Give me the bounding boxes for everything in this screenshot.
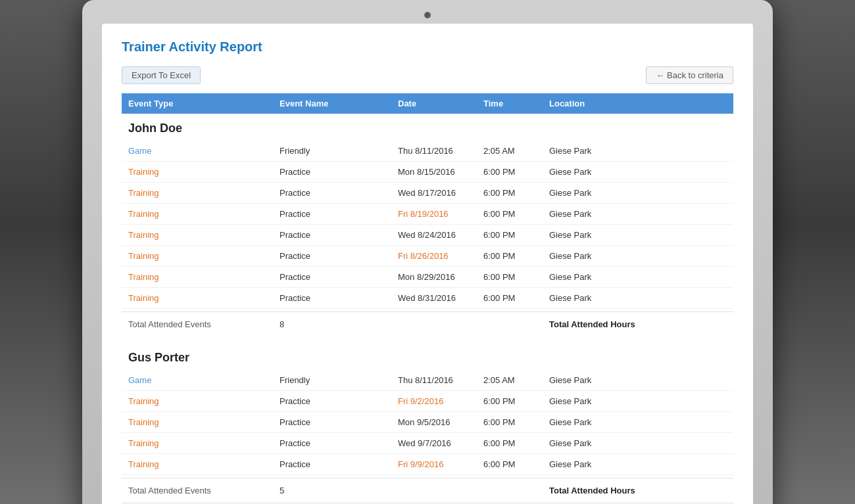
col-event-name: Event Name [273,99,391,108]
attended-hours-label: Total Attended Hours [543,317,714,331]
table-row: Training Practice Wed 8/24/2016 6:00 PM … [122,225,733,246]
col-duration: Duration [714,99,753,108]
time-cell: 6:00 PM [477,436,543,450]
time-cell: 6:00 PM [477,457,543,471]
event-type-cell[interactable]: Training [122,291,273,305]
date-cell: Mon 8/15/2016 [391,165,477,179]
event-type-cell[interactable]: Training [122,249,273,263]
col-location: Location [543,99,714,108]
time-cell: 6:00 PM [477,228,543,242]
col-event-type: Event Type [122,99,273,108]
event-name-cell: Practice [273,165,391,179]
duration-cell: 01:30 [714,291,753,305]
location-cell: Giese Park [543,436,714,450]
date-cell: Mon 8/29/2016 [391,270,477,284]
event-type-cell[interactable]: Training [122,207,273,221]
table-header: Event Type Event Name Date Time Location… [122,93,733,114]
event-type-cell[interactable]: Game [122,144,273,158]
date-cell: Wed 9/7/2016 [391,436,477,450]
trainer-spacer [122,336,733,343]
date-cell: Mon 9/5/2016 [391,415,477,429]
location-cell: Giese Park [543,186,714,200]
laptop-frame: Trainer Activity Report Export To Excel … [82,0,773,504]
date-cell: Wed 8/31/2016 [391,291,477,305]
duration-cell: 01:30 [714,249,753,263]
location-cell: Giese Park [543,394,714,408]
export-button[interactable]: Export To Excel [122,66,201,84]
table-row: Training Practice Wed 8/17/2016 6:00 PM … [122,183,733,204]
attended-events-count: 8 [273,317,391,331]
back-button[interactable]: ← Back to criteria [646,66,733,84]
location-cell: Giese Park [543,415,714,429]
event-name-cell: Practice [273,228,391,242]
time-cell: 2:05 AM [477,144,543,158]
location-cell: Giese Park [543,165,714,179]
event-name-cell: Practice [273,394,391,408]
duration-cell: 01:30 [714,228,753,242]
event-name-cell: Practice [273,415,391,429]
event-type-cell[interactable]: Training [122,165,273,179]
event-name-cell: Practice [273,270,391,284]
toolbar: Export To Excel ← Back to criteria [122,66,733,84]
duration-cell: 01:30 [714,436,753,450]
time-cell: 6:00 PM [477,249,543,263]
event-type-cell[interactable]: Training [122,415,273,429]
summary-spacer2 [477,323,543,327]
laptop-camera [424,12,431,18]
attended-events-count: 5 [273,484,391,497]
attended-hours-value: 10:30 [714,317,753,331]
time-cell: 2:05 AM [477,373,543,387]
duration-cell: 01:30 [714,186,753,200]
attended-events-label: Total Attended Events [122,484,273,497]
time-cell: 6:00 PM [477,270,543,284]
table-row: Training Practice Fri 9/2/2016 6:00 PM G… [122,391,733,412]
location-cell: Giese Park [543,291,714,305]
event-name-cell: Practice [273,207,391,221]
trainer-name-1: Gus Porter [122,343,733,370]
date-cell: Fri 9/9/2016 [391,457,477,471]
attended-hours-label: Total Attended Hours [543,484,714,497]
duration-cell: -- [714,373,753,387]
table-row: Training Practice Fri 9/9/2016 6:00 PM G… [122,454,733,475]
date-cell: Thu 8/11/2016 [391,373,477,387]
event-type-cell[interactable]: Game [122,373,273,387]
time-cell: 6:00 PM [477,415,543,429]
event-type-cell[interactable]: Training [122,186,273,200]
location-cell: Giese Park [543,249,714,263]
date-cell: Thu 8/11/2016 [391,144,477,158]
table-row: Training Practice Mon 8/15/2016 6:00 PM … [122,162,733,183]
location-cell: Giese Park [543,457,714,471]
time-cell: 6:00 PM [477,394,543,408]
event-type-cell[interactable]: Training [122,270,273,284]
attended-events-label: Total Attended Events [122,317,273,331]
event-name-cell: Practice [273,457,391,471]
event-type-cell[interactable]: Training [122,436,273,450]
duration-cell: -- [714,144,753,158]
date-cell: Fri 8/19/2016 [391,207,477,221]
report-container: Trainer Activity Report Export To Excel … [102,24,753,504]
event-name-cell: Practice [273,249,391,263]
time-cell: 6:00 PM [477,186,543,200]
table-row: Training Practice Fri 8/19/2016 6:00 PM … [122,204,733,225]
event-name-cell: Practice [273,436,391,450]
date-cell: Fri 8/26/2016 [391,249,477,263]
event-name-cell: Practice [273,186,391,200]
date-cell: Fri 9/2/2016 [391,394,477,408]
table-row: Game Friendly Thu 8/11/2016 2:05 AM Gies… [122,141,733,162]
location-cell: Giese Park [543,373,714,387]
event-type-cell[interactable]: Training [122,394,273,408]
summary-spacer2 [477,489,543,493]
report-title: Trainer Activity Report [122,39,733,55]
location-cell: Giese Park [543,207,714,221]
duration-cell: 01:30 [714,415,753,429]
table-row: Training Practice Fri 8/26/2016 6:00 PM … [122,246,733,267]
event-type-cell[interactable]: Training [122,457,273,471]
event-name-cell: Practice [273,291,391,305]
event-name-cell: Friendly [273,373,391,387]
event-type-cell[interactable]: Training [122,228,273,242]
location-cell: Giese Park [543,228,714,242]
table-row: Training Practice Wed 9/7/2016 6:00 PM G… [122,433,733,454]
summary-row-1: Total Attended Events 5 Total Attended H… [122,478,733,503]
summary-row-0: Total Attended Events 8 Total Attended H… [122,311,733,336]
table-row: Training Practice Wed 8/31/2016 6:00 PM … [122,288,733,309]
